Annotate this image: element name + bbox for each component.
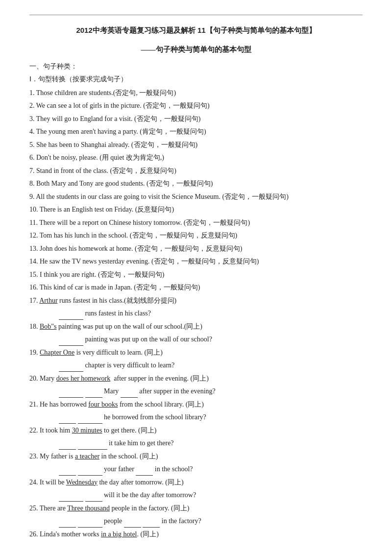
list-item: 21. He has borrowed four books from the … [29,399,363,411]
blank [78,417,102,424]
list-item: 14. He saw the TV news yesterday evening… [29,256,363,268]
item-text: Tom has his lunch in the school. (否定句，一般… [40,232,237,239]
blank [59,391,83,398]
item-text: This kind of car is made in Japan. (否定句，… [40,284,200,291]
list-item: 20. Mary does her homework after supper … [29,373,363,385]
item-num: 14. [29,258,38,265]
list-item: 19. Chapter One is very difficult to lea… [29,347,363,359]
blank [78,443,107,450]
list-item: 6. Don't be noisy, please. (用 quiet 改为肯定… [29,152,363,164]
item-num: 7. [29,167,35,174]
list-item: 11. There will be a report on Chinese hi… [29,217,363,229]
section-label: 一、句子种类： [29,61,363,72]
blank [121,391,138,398]
item-num: 16. [29,284,38,291]
list-item: 15. I think you are right. (否定句，一般疑问句) [29,269,363,281]
item-num: 12. [29,232,38,239]
sub-item: it take him to get there? [59,437,363,450]
item-num: 13. [29,245,38,252]
item-text: The young men aren't having a party. (肯定… [36,128,206,135]
blank [136,469,153,476]
item-text: He saw the TV news yesterday evening. (否… [40,258,259,265]
item-num: 24. [29,479,38,486]
sub-item: your father in the school? [59,463,363,476]
item-text: Those children are students.(否定句, 一般疑问句) [36,89,176,96]
top-divider [29,15,363,15]
list-item: 7. Stand in front of the class. (否定句，反意疑… [29,165,363,177]
list-item: 3. They will go to England for a visit. … [29,113,363,125]
item-num: 20. [29,375,38,382]
list-item: 9. All the students in our class are goi… [29,191,363,203]
list-item: 17. Arthur runs fastest in his class.(就划… [29,295,363,307]
item-num: 15. [29,271,38,278]
blank [59,495,83,502]
item-num: 3. [29,115,35,122]
item-text: There is an English test on Friday. (反意疑… [40,206,174,213]
item-text: Both Mary and Tony are good students. (否… [36,180,213,187]
list-item: 13. John does his homework at home. (否定句… [29,243,363,255]
item-text: She has been to Shanghai already. (否定句，一… [36,141,197,148]
item-num: 11. [29,219,38,226]
blank [143,521,160,528]
list-item: 4. The young men aren't having a party. … [29,126,363,138]
blank [59,313,83,320]
item-text: Don't be noisy, please. (用 quiet 改为肯定句,) [36,154,164,161]
item-num: 25. [29,505,38,512]
blank [59,365,83,372]
sub-item: people in the factory? [59,515,363,528]
item-num: 8. [29,180,35,187]
blank [59,469,76,476]
list-item: 8. Both Mary and Tony are good students.… [29,178,363,190]
item-text: I think you are right. (否定句，一般疑问句) [40,271,164,278]
item-text: We can see a lot of girls in the picture… [36,102,210,109]
list-item: 25. There are Three thousand people in t… [29,503,363,515]
blank [59,443,76,450]
item-text: Stand in front of the class. (否定句，反意疑问句) [36,167,176,174]
list-item: 2. We can see a lot of girls in the pict… [29,100,363,112]
item-text: Arthur runs fastest in his class.(就划线部分提… [39,297,176,304]
item-num: 18. [29,323,38,330]
item-num: 23. [29,453,38,460]
part-label: Ⅰ．句型转换（按要求完成句子） [29,73,363,85]
item-num: 2. [29,102,35,109]
blank [124,521,141,528]
item-text: Linda's mother works in a big hotel. (同上… [40,530,159,538]
item-num: 17. [29,297,38,304]
item-num: 21. [29,401,38,408]
item-num: 26. [29,530,38,538]
item-text: John does his homework at home. (否定句，一般疑… [40,245,242,252]
item-num: 9. [29,193,35,200]
blank [59,417,76,424]
sub-item: chapter is very difficult to learn? [59,360,363,372]
list-item: 16. This kind of car is made in Japan. (… [29,282,363,294]
item-num: 10. [29,206,38,213]
blank [78,521,102,528]
item-num: 5. [29,141,35,148]
list-item: 10. There is an English test on Friday. … [29,204,363,216]
item-num: 19. [29,349,38,356]
item-text: They will go to England for a visit. (否定… [36,115,201,122]
list-item: 22. It took him 30 minutes to get there.… [29,425,363,437]
item-num: 6. [29,154,35,161]
list-item: 12. Tom has his lunch in the school. (否定… [29,230,363,242]
list-item: 18. Bob"s painting was put up on the wal… [29,321,363,333]
list-item: 1. Those children are students.(否定句, 一般疑… [29,87,363,99]
list-item: 26. Linda's mother works in a big hotel.… [29,529,363,541]
item-text: Bob"s painting was put up on the wall of… [40,323,202,330]
item-text: All the students in our class are going … [36,193,289,200]
item-num: 22. [29,427,38,434]
item-text: He has borrowed four books from the scho… [40,401,204,408]
item-text: It took him 30 minutes to get there. (同上… [40,427,156,434]
list-item: 23. My father is a teacher in the school… [29,451,363,463]
blank [78,469,102,476]
sub-item: Mary after supper in the evening? [59,385,363,398]
sub-item: will it be the day after tomorrow? [59,489,363,502]
item-text: There will be a report on Chinese histor… [39,219,250,226]
item-num: 4. [29,128,35,135]
item-text: It will be Wednesday the day after tomor… [40,479,184,486]
item-text: Chapter One is very difficult to learn. … [40,349,163,356]
blank [59,521,76,528]
list-item: 24. It will be Wednesday the day after t… [29,477,363,489]
item-text: Mary does her homework after supper in t… [40,375,209,382]
blank [85,495,102,502]
